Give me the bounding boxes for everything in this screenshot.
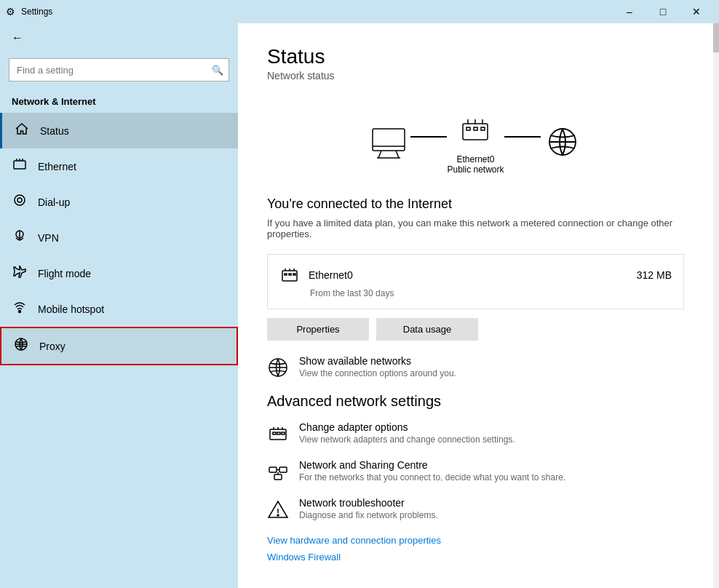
- content-area: Status Network status: [238, 23, 713, 588]
- globe-icon-container: [541, 126, 584, 162]
- svg-rect-20: [466, 127, 470, 130]
- btn-row: Properties Data usage: [267, 318, 684, 341]
- eth-card-left: Ethernet0: [279, 265, 353, 285]
- sidebar-item-proxy[interactable]: Proxy: [0, 327, 238, 365]
- advanced-title: Advanced network settings: [267, 393, 684, 410]
- sidebar-search-container: 🔍: [9, 58, 229, 82]
- close-button[interactable]: ✕: [680, 0, 713, 23]
- show-networks-text: Show available networks View the connect…: [299, 355, 456, 378]
- page-subtitle: Network status: [267, 70, 684, 82]
- computer-icon-container: [367, 126, 410, 162]
- sidebar-item-status[interactable]: Status: [0, 113, 238, 148]
- sidebar-item-ethernet[interactable]: Ethernet: [0, 148, 238, 184]
- adv-adapter-desc: View network adapters and change connect…: [299, 434, 515, 445]
- adv-troubleshooter-desc: Diagnose and fix network problems.: [299, 510, 438, 520]
- adapter-icon: [267, 423, 289, 445]
- show-networks-icon: [267, 357, 289, 378]
- titlebar: ⚙ Settings – □ ✕: [0, 0, 719, 23]
- data-usage-button[interactable]: Data usage: [376, 318, 478, 341]
- eth-card-icon: [279, 265, 300, 285]
- adv-sharing-title: Network and Sharing Centre: [299, 459, 565, 471]
- eth-usage: 312 MB: [637, 269, 672, 281]
- eth-period: From the last 30 days: [279, 288, 672, 298]
- show-networks-title: Show available networks: [299, 355, 456, 367]
- svg-rect-25: [282, 271, 297, 281]
- svg-rect-29: [285, 274, 287, 275]
- search-input[interactable]: [9, 58, 229, 82]
- adv-troubleshooter-title: Network troubleshooter: [299, 497, 438, 509]
- ethernet-device-container: Ethernet0 Public network: [447, 114, 504, 175]
- sidebar: ← 🔍 Network & Internet Status: [0, 23, 238, 588]
- restore-button[interactable]: □: [646, 0, 680, 23]
- svg-rect-42: [279, 467, 287, 472]
- back-button[interactable]: ←: [0, 23, 238, 52]
- sidebar-label-flight: Flight mode: [38, 268, 91, 279]
- adv-item-sharing[interactable]: Network and Sharing Centre For the netwo…: [267, 459, 684, 482]
- svg-rect-41: [269, 467, 277, 472]
- globe-icon: [541, 126, 584, 162]
- sidebar-item-hotspot[interactable]: Mobile hotspot: [0, 291, 238, 327]
- ethernet-card: Ethernet0 312 MB From the last 30 days: [267, 254, 684, 309]
- home-icon: [14, 122, 30, 140]
- network-diagram: Ethernet0 Public network: [267, 99, 684, 196]
- vpn-icon: [12, 229, 28, 247]
- scrollbar[interactable]: [713, 23, 719, 588]
- svg-rect-43: [274, 474, 282, 480]
- windows-firewall-link[interactable]: Windows Firewall: [267, 552, 684, 563]
- sidebar-label-proxy: Proxy: [39, 341, 65, 352]
- page-title: Status: [267, 45, 684, 68]
- network-line-1: [410, 136, 447, 138]
- adv-sharing-desc: For the networks that you connect to, de…: [299, 472, 565, 482]
- titlebar-title: Settings: [21, 7, 613, 17]
- sharing-icon: [267, 461, 289, 482]
- sidebar-label-status: Status: [40, 125, 69, 137]
- svg-rect-38: [273, 432, 276, 434]
- titlebar-controls: – □ ✕: [613, 0, 713, 23]
- svg-point-5: [17, 198, 22, 202]
- adv-sharing-text: Network and Sharing Centre For the netwo…: [299, 459, 565, 482]
- svg-rect-0: [14, 161, 25, 169]
- ethernet-device-icon: [457, 114, 493, 150]
- network-line-2: [504, 136, 541, 138]
- sidebar-item-vpn[interactable]: VPN: [0, 220, 238, 255]
- svg-point-47: [277, 514, 279, 516]
- adv-item-troubleshooter[interactable]: Network troubleshooter Diagnose and fix …: [267, 497, 684, 520]
- ethernet-icon: [12, 157, 28, 175]
- svg-rect-11: [373, 129, 405, 151]
- eth-card-header: Ethernet0 312 MB: [279, 265, 672, 285]
- svg-line-13: [396, 151, 399, 158]
- back-arrow-icon: ←: [12, 31, 23, 44]
- svg-point-8: [19, 311, 21, 313]
- hardware-properties-link[interactable]: View hardware and connection properties: [267, 535, 684, 546]
- svg-rect-30: [289, 274, 291, 275]
- main-layout: ← 🔍 Network & Internet Status: [0, 23, 719, 588]
- adv-troubleshooter-text: Network troubleshooter Diagnose and fix …: [299, 497, 438, 520]
- sidebar-item-flight[interactable]: Flight mode: [0, 255, 238, 291]
- minimize-button[interactable]: –: [613, 0, 646, 23]
- sidebar-label-hotspot: Mobile hotspot: [38, 303, 104, 315]
- eth-name: Ethernet0: [309, 269, 353, 281]
- titlebar-icon: ⚙: [6, 6, 15, 17]
- svg-rect-39: [277, 432, 280, 434]
- properties-button[interactable]: Properties: [267, 318, 369, 341]
- computer-icon: [367, 126, 410, 162]
- svg-point-4: [15, 195, 25, 205]
- show-networks-desc: View the connection options around you.: [299, 368, 456, 378]
- flight-icon: [12, 264, 28, 282]
- svg-rect-40: [282, 432, 285, 434]
- svg-rect-21: [474, 127, 477, 130]
- sidebar-item-dialup[interactable]: Dial-up: [0, 184, 238, 220]
- sidebar-label-vpn: VPN: [38, 232, 59, 244]
- dialup-icon: [12, 193, 28, 211]
- svg-rect-22: [481, 127, 485, 130]
- svg-line-12: [378, 151, 381, 158]
- proxy-icon: [13, 337, 29, 355]
- svg-rect-16: [463, 124, 488, 140]
- sidebar-label-ethernet: Ethernet: [38, 161, 76, 172]
- svg-rect-31: [293, 274, 295, 275]
- troubleshooter-icon: [267, 498, 289, 520]
- sidebar-label-dialup: Dial-up: [38, 196, 70, 208]
- show-networks[interactable]: Show available networks View the connect…: [267, 355, 684, 378]
- adv-item-adapter[interactable]: Change adapter options View network adap…: [267, 421, 684, 445]
- adv-adapter-text: Change adapter options View network adap…: [299, 421, 515, 445]
